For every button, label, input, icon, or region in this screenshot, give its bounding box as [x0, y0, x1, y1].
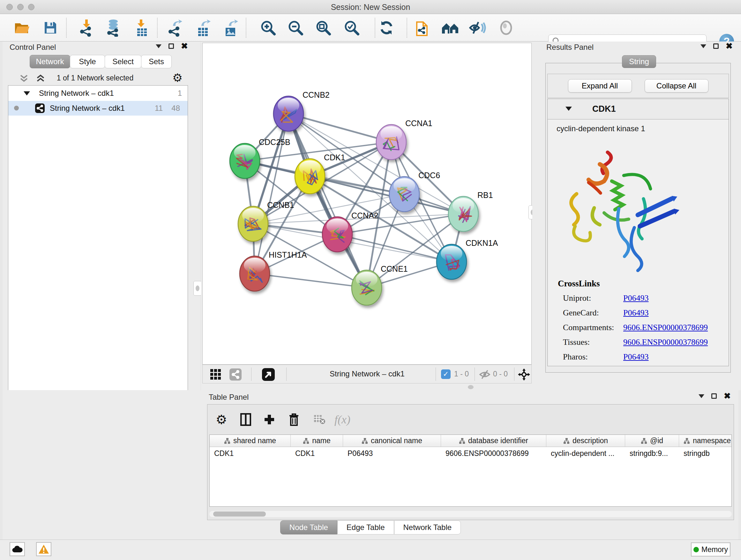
refresh-view-button[interactable]: [377, 18, 396, 38]
column-header[interactable]: @id: [625, 435, 679, 447]
function-builder-icon[interactable]: f(x): [333, 412, 351, 428]
import-database-button[interactable]: [104, 18, 123, 38]
tab-network[interactable]: Network: [30, 55, 70, 68]
network-edge-CCNB2-CCNE1[interactable]: [288, 114, 367, 288]
table-panel-tabs: Node Table Edge Table Network Table: [3, 520, 738, 535]
panel-float-icon[interactable]: [169, 44, 174, 49]
export-network-button[interactable]: [165, 18, 185, 38]
fit-selected-crosshair-icon[interactable]: [518, 368, 530, 381]
network-node-CCNB1[interactable]: CCNB1: [238, 200, 294, 241]
tab-node-table[interactable]: Node Table: [280, 520, 337, 535]
panel-menu-icon[interactable]: [698, 394, 704, 398]
network-node-CCNE1[interactable]: CCNE1: [352, 264, 408, 305]
table-row[interactable]: CDK1 CDK1 P06493 9606.ENSP00000378699 cy…: [210, 447, 731, 460]
zoom-fit-button[interactable]: [314, 18, 333, 38]
crosslink-row: Pharos:P06493: [563, 352, 588, 362]
protein-card-header[interactable]: CDK1: [548, 99, 729, 119]
table-settings-gear-icon[interactable]: ⚙: [212, 412, 230, 428]
protein-structure-image: [555, 139, 689, 276]
network-node-RB1[interactable]: RB1: [448, 191, 493, 232]
network-node-CCNA1[interactable]: CCNA1: [376, 119, 432, 160]
collapse-all-button[interactable]: Collapse All: [645, 79, 709, 92]
panel-float-icon[interactable]: [711, 393, 717, 399]
crosslink-link[interactable]: 9606.ENSP00000378699: [623, 337, 708, 347]
crosslink-link[interactable]: P06493: [623, 352, 649, 362]
network-node-CDKN1A[interactable]: CDKN1A: [436, 239, 498, 279]
delete-column-trash-icon[interactable]: [285, 412, 303, 428]
network-list-subheader: 1 of 1 Network selected ⚙: [3, 72, 200, 85]
network-collection-row[interactable]: String Network – cdk1 1: [8, 85, 188, 101]
show-panels-button[interactable]: [496, 18, 516, 38]
column-header[interactable]: shared name: [210, 435, 291, 447]
warning-status-button[interactable]: [36, 542, 51, 556]
expand-all-button[interactable]: Expand All: [568, 79, 632, 92]
panel-menu-icon[interactable]: [700, 44, 706, 48]
cell-shared-name: CDK1: [210, 447, 291, 460]
table-horizontal-scrollbar[interactable]: [209, 511, 732, 517]
collapse-card-icon[interactable]: [565, 107, 572, 111]
left-splitter-handle[interactable]: [193, 281, 202, 296]
column-header[interactable]: database identifier: [441, 435, 546, 447]
network-label: String Network – cdk1: [50, 104, 125, 113]
save-session-button[interactable]: [41, 18, 60, 38]
crosslink-label: GeneCard:: [563, 308, 599, 317]
main-toolbar: ?: [0, 14, 741, 42]
import-database-icon: [105, 19, 121, 37]
collection-expander-icon[interactable]: [23, 91, 30, 96]
import-table-button[interactable]: [132, 18, 151, 38]
share-document-button[interactable]: [412, 18, 431, 38]
column-header[interactable]: namespace: [679, 435, 732, 447]
zoom-in-button[interactable]: [259, 18, 278, 38]
panel-close-icon[interactable]: ✖: [726, 44, 733, 49]
birdseye-view-icon[interactable]: [262, 368, 275, 381]
cloud-icon: [12, 545, 23, 553]
results-panel: Results Panel ✖ String Expand All Collap…: [532, 42, 741, 390]
crosslink-link[interactable]: 9606.ENSP00000378699: [623, 323, 708, 332]
show-columns-icon[interactable]: [237, 412, 255, 428]
network-edge-CCNA2-CDKN1A[interactable]: [337, 234, 452, 262]
bottom-splitter-handle[interactable]: [468, 385, 474, 389]
panel-menu-icon[interactable]: [156, 44, 161, 48]
network-row[interactable]: String Network – cdk1 11 48: [8, 101, 188, 116]
tab-style[interactable]: Style: [70, 55, 105, 68]
network-edge-HIST1H1A-CCNE1[interactable]: [255, 273, 367, 288]
open-session-button[interactable]: [13, 18, 32, 38]
column-header[interactable]: name: [291, 435, 343, 447]
import-network-button[interactable]: [77, 18, 96, 38]
panel-close-icon[interactable]: ✖: [724, 393, 731, 399]
hidden-eye-icon[interactable]: [479, 370, 490, 379]
add-column-icon[interactable]: [260, 412, 278, 428]
panel-float-icon[interactable]: [713, 44, 719, 49]
export-table-button[interactable]: [194, 18, 213, 38]
cloud-status-button[interactable]: [10, 542, 25, 556]
node-label-CDC25B: CDC25B: [259, 138, 290, 146]
delete-table-icon[interactable]: [311, 412, 328, 428]
column-header[interactable]: canonical name: [343, 435, 441, 447]
panel-close-icon[interactable]: ✖: [181, 44, 188, 49]
home-view-button[interactable]: [441, 18, 460, 38]
network-share-icon[interactable]: [229, 368, 242, 381]
tab-sets[interactable]: Sets: [141, 55, 172, 68]
hide-panels-button[interactable]: [468, 18, 487, 38]
crosslink-link[interactable]: P06493: [623, 294, 649, 303]
document-share-icon: [415, 19, 429, 37]
tab-select[interactable]: Select: [105, 55, 141, 68]
status-bar: Memory: [0, 540, 741, 560]
network-node-HIST1H1A[interactable]: HIST1H1A: [240, 250, 307, 291]
grid-mode-icon[interactable]: [210, 369, 221, 380]
network-options-gear-icon[interactable]: ⚙: [172, 71, 183, 84]
network-canvas[interactable]: CCNB2CCNA1CDC25BCDK1CDC6RB1CCNB1CCNA2CDK…: [202, 43, 532, 365]
tab-string[interactable]: String: [622, 55, 656, 68]
memory-button[interactable]: Memory: [691, 543, 731, 557]
tab-edge-table[interactable]: Edge Table: [337, 520, 394, 535]
crosslink-link[interactable]: P06493: [623, 308, 649, 318]
export-image-button[interactable]: [221, 18, 240, 38]
tab-network-table[interactable]: Network Table: [394, 520, 461, 535]
column-header[interactable]: description: [546, 435, 625, 447]
scrollbar-thumb[interactable]: [213, 511, 266, 516]
zoom-out-button[interactable]: [286, 18, 305, 38]
zoom-selected-button[interactable]: [342, 18, 361, 38]
selected-checkbox-icon[interactable]: ✓: [441, 369, 451, 379]
network-selection-status: 1 of 1 Network selected: [3, 74, 188, 82]
crosslink-row: GeneCard:P06493: [563, 308, 599, 318]
